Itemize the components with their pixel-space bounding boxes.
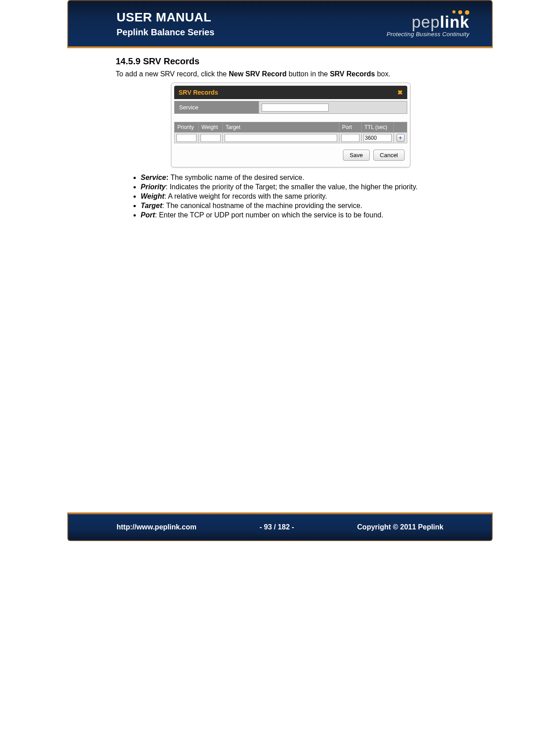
list-item: Weight: A relative weight for records wi… [141,192,466,200]
close-icon[interactable]: ✖ [397,89,403,96]
ttl-input[interactable] [364,134,392,142]
service-row: Service [174,101,407,114]
srv-records-dialog: SRV Records ✖ Service Priority Weight Ta… [171,83,410,167]
dialog-footer: Save Cancel [171,143,410,162]
header-text: USER MANUAL Peplink Balance Series [117,10,214,37]
service-input-cell [259,101,407,114]
col-port: Port [339,122,362,133]
manual-subtitle: Peplink Balance Series [117,27,214,37]
section-heading: 14.5.9 SRV Records [116,56,466,67]
page-content: 14.5.9 SRV Records To add a new SRV reco… [67,48,493,512]
list-item: Service: The symbolic name of the desire… [141,174,466,182]
footer-url: http://www.peplink.com [117,523,196,531]
page-header: USER MANUAL Peplink Balance Series pepli… [67,0,493,48]
dialog-titlebar: SRV Records ✖ [174,86,407,99]
col-target: Target [223,122,339,133]
brand-name: peplink [412,13,469,32]
cancel-button[interactable]: Cancel [373,150,405,161]
table-row: + [175,133,407,143]
col-weight: Weight [199,122,223,133]
footer-page: - 93 / 182 - [259,523,294,531]
port-input[interactable] [341,134,359,142]
manual-title: USER MANUAL [117,10,214,25]
service-input[interactable] [262,104,329,112]
col-action [394,122,407,133]
target-input[interactable] [225,134,337,142]
priority-input[interactable] [176,134,196,142]
footer-copyright: Copyright © 2011 Peplink [357,523,443,531]
service-label: Service [174,101,259,114]
list-item: Port: Enter the TCP or UDP port number o… [141,211,466,219]
dialog-title: SRV Records [179,89,218,96]
brand-tagline: Protecting Business Continuity [387,31,469,37]
col-ttl: TTL (sec) [362,122,394,133]
page-footer: http://www.peplink.com - 93 / 182 - Copy… [67,512,493,541]
save-button[interactable]: Save [343,150,370,161]
list-item: Target: The canonical hostname of the ma… [141,202,466,210]
field-definitions: Service: The symbolic name of the desire… [141,174,466,219]
col-priority: Priority [175,122,199,133]
add-row-button[interactable]: + [397,134,405,142]
list-item: Priority: Indicates the priority of the … [141,183,466,191]
weight-input[interactable] [201,134,221,142]
intro-text: To add a new SRV record, click the New S… [116,70,466,78]
brand-logo: peplink Protecting Business Continuity [387,10,469,37]
srv-table: Priority Weight Target Port TTL (sec) [174,122,407,143]
